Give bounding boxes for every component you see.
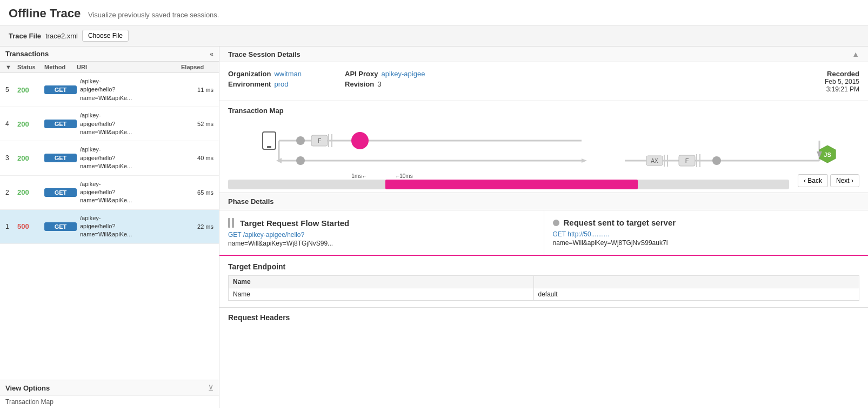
revision-value: 3 [377,80,381,88]
transactions-header: Transactions « [0,47,219,62]
uri-cell: /apikey-apigee/hello?name=Will&apiKe... [77,111,181,136]
status-badge: 200 [17,154,44,162]
endpoint-row: Name default [229,288,859,301]
revision-row: Revision 3 [345,80,425,88]
recorded-time: 3:19:21 PM [825,85,859,93]
trace-session-header: Trace Session Details ▲ [219,47,868,62]
svg-marker-27 [582,158,587,163]
status-badge: 200 [17,86,44,94]
svg-text:AX: AX [651,158,658,164]
request-headers-section: Request Headers [219,308,868,327]
table-column-headers: ▼ Status Method URI Elapsed [0,62,219,73]
proxy-revision-group: API Proxy apikey-apigee Revision 3 [345,70,425,88]
timeline-row: 1ms ⌐ ⌐10ms ‹ Back Next › [228,174,859,187]
svg-rect-7 [267,146,271,148]
trace-file-label: Trace File [9,32,41,40]
api-proxy-label: API Proxy [345,70,378,78]
pause-icon [228,218,236,228]
page-title: Offline Trace [9,6,81,20]
table-row[interactable]: 4 200 GET /apikey-apigee/hello?name=Will… [0,107,219,141]
phase-details-section: Phase Details Target Request Flow Starte… [219,193,868,408]
organization-value: wwitman [274,70,302,78]
elapsed-cell: 52 ms [181,121,213,127]
row-num: 5 [5,86,17,94]
collapse-session-button[interactable]: ▲ [852,50,859,58]
phase-card-1: Target Request Flow Started GET /apikey-… [219,210,544,255]
environment-row: Environment prod [228,80,302,88]
right-panel: Trace Session Details ▲ Organization wwi… [219,47,868,408]
endpoint-value-col-header [533,276,859,288]
view-options-toggle[interactable]: ⊻ [208,383,213,392]
revision-label: Revision [345,80,374,88]
transaction-list: 5 200 GET /apikey-apigee/hello?name=Will… [0,73,219,380]
elapsed-cell: 11 ms [181,87,213,93]
endpoint-table: Name Name default [228,275,859,301]
trace-file-name: trace2.xml [45,32,78,40]
status-badge: 200 [17,188,44,196]
organization-label: Organization [228,70,271,78]
phase-card-2-title: Request sent to target server [553,218,860,227]
recorded-date: Feb 5, 2015 [825,78,859,85]
row-num: 3 [5,154,17,162]
timeline-bar-container: 1ms ⌐ ⌐10ms [228,175,789,186]
svg-point-23 [712,156,721,165]
phase-card-1-param: name=Will&apiKey=Wj8TGjNvS99... [228,240,535,247]
table-row[interactable]: 2 200 GET /apikey-apigee/hello?name=Will… [0,176,219,210]
row-num: 2 [5,189,17,196]
page-subtitle: Visualize previously saved trace session… [88,11,219,19]
col-method: Method [44,64,77,70]
trace-session-title: Trace Session Details [228,50,301,58]
uri-cell: /apikey-apigee/hello?name=Will&apiKe... [77,146,181,170]
timeline-label-10ms: ⌐10ms [396,173,412,179]
svg-text:F: F [685,157,689,164]
svg-point-13 [351,132,369,149]
transaction-map-option: Transaction Map [0,395,219,408]
recorded-label: Recorded [825,70,859,78]
phase-card-1-method: GET /apikey-apigee/hello? [228,231,535,239]
flow-diagram: F AX F [228,120,859,180]
transaction-map-section: Transaction Map [219,101,868,193]
page-header: Offline Trace Visualize previously saved… [0,0,868,25]
uri-cell: /apikey-apigee/hello?name=Will&apiKe... [77,77,181,102]
phase-card-1-title: Target Request Flow Started [228,218,535,228]
method-badge: GET [44,85,77,94]
circle-icon [553,220,559,226]
recorded-block: Recorded Feb 5, 2015 3:19:21 PM [825,70,859,93]
uri-cell: /apikey-apigee/hello?name=Will&apiKe... [77,214,181,239]
col-status: Status [17,64,44,70]
elapsed-cell: 22 ms [181,223,213,230]
table-row[interactable]: 5 200 GET /apikey-apigee/hello?name=Will… [0,73,219,107]
endpoint-name-value: default [533,288,859,301]
view-options-label: View Options [5,384,50,392]
method-badge: GET [44,222,77,231]
endpoint-name-col-header: Name [229,276,534,288]
row-num: 4 [5,120,17,128]
col-uri: URI [77,64,181,70]
elapsed-cell: 40 ms [181,155,213,161]
svg-text:F: F [318,137,322,144]
api-proxy-value: apikey-apigee [381,70,425,78]
svg-point-14 [296,156,305,165]
target-endpoint-title: Target Endpoint [228,262,859,271]
table-row[interactable]: 1 500 GET /apikey-apigee/hello?name=Will… [0,210,219,244]
method-badge: GET [44,188,77,197]
endpoint-name-label: Name [229,288,534,301]
svg-point-8 [296,136,305,145]
method-badge: GET [44,120,77,128]
table-row[interactable]: 3 200 GET /apikey-apigee/hello?name=Will… [0,141,219,175]
phase-card-2-param: name=Will&apiKey=Wj8TGjNvS99auk7I [553,239,860,247]
timeline-label-1ms: 1ms ⌐ [351,173,366,179]
method-badge: GET [44,154,77,162]
phase-cards: Target Request Flow Started GET /apikey-… [219,210,868,256]
status-badge: 200 [17,120,44,128]
collapse-transactions-button[interactable]: « [210,50,213,58]
choose-file-button[interactable]: Choose File [82,30,129,42]
status-badge: 500 [17,222,44,230]
timeline-pink-segment [385,180,638,189]
col-sort-icon: ▼ [5,64,17,70]
transaction-map-title: Transaction Map [228,107,859,115]
col-elapsed: Elapsed [181,64,213,70]
environment-value: prod [274,80,288,88]
api-proxy-row: API Proxy apikey-apigee [345,70,425,78]
org-env-group: Organization wwitman Environment prod [228,70,302,88]
